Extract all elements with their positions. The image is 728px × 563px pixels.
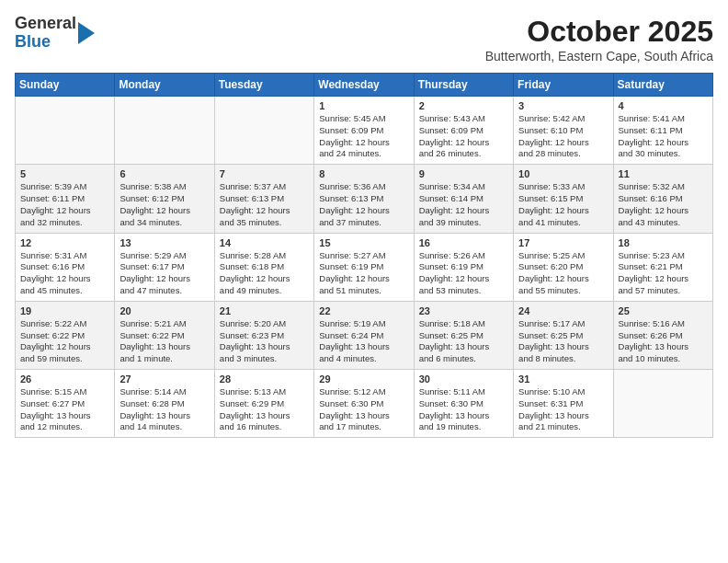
day-number: 25 bbox=[619, 305, 708, 316]
day-number: 20 bbox=[119, 305, 209, 316]
weekday-header-wednesday: Wednesday bbox=[314, 74, 414, 97]
day-number: 1 bbox=[319, 100, 408, 111]
day-info: Sunrise: 5:39 AM Sunset: 6:11 PM Dayligh… bbox=[20, 181, 109, 228]
calendar-cell bbox=[613, 370, 712, 438]
day-info: Sunrise: 5:15 AM Sunset: 6:27 PM Dayligh… bbox=[20, 386, 109, 433]
calendar-cell: 11Sunrise: 5:32 AM Sunset: 6:16 PM Dayli… bbox=[613, 165, 712, 233]
calendar-cell: 30Sunrise: 5:11 AM Sunset: 6:30 PM Dayli… bbox=[414, 370, 513, 438]
day-info: Sunrise: 5:28 AM Sunset: 6:18 PM Dayligh… bbox=[220, 250, 309, 297]
calendar-cell: 20Sunrise: 5:21 AM Sunset: 6:22 PM Dayli… bbox=[115, 301, 214, 369]
day-info: Sunrise: 5:17 AM Sunset: 6:25 PM Dayligh… bbox=[518, 318, 608, 365]
day-number: 28 bbox=[220, 373, 309, 385]
calendar-cell: 2Sunrise: 5:43 AM Sunset: 6:09 PM Daylig… bbox=[414, 97, 513, 165]
day-info: Sunrise: 5:23 AM Sunset: 6:21 PM Dayligh… bbox=[619, 250, 708, 297]
day-number: 29 bbox=[319, 373, 408, 385]
calendar-table: SundayMondayTuesdayWednesdayThursdayFrid… bbox=[15, 73, 713, 438]
day-number: 10 bbox=[518, 168, 608, 179]
page-header: General Blue October 2025 Butterworth, E… bbox=[15, 15, 713, 63]
day-info: Sunrise: 5:22 AM Sunset: 6:22 PM Dayligh… bbox=[20, 318, 109, 365]
day-info: Sunrise: 5:12 AM Sunset: 6:30 PM Dayligh… bbox=[319, 386, 408, 433]
day-number: 27 bbox=[119, 373, 209, 385]
day-info: Sunrise: 5:11 AM Sunset: 6:30 PM Dayligh… bbox=[419, 386, 508, 433]
day-info: Sunrise: 5:36 AM Sunset: 6:13 PM Dayligh… bbox=[319, 181, 408, 228]
day-info: Sunrise: 5:18 AM Sunset: 6:25 PM Dayligh… bbox=[419, 318, 508, 365]
calendar-cell: 19Sunrise: 5:22 AM Sunset: 6:22 PM Dayli… bbox=[16, 301, 115, 369]
calendar-cell: 24Sunrise: 5:17 AM Sunset: 6:25 PM Dayli… bbox=[514, 301, 613, 369]
calendar-cell: 18Sunrise: 5:23 AM Sunset: 6:21 PM Dayli… bbox=[613, 233, 712, 301]
day-info: Sunrise: 5:26 AM Sunset: 6:19 PM Dayligh… bbox=[419, 250, 508, 297]
calendar-body: 1Sunrise: 5:45 AM Sunset: 6:09 PM Daylig… bbox=[16, 97, 713, 438]
month-year-title: October 2025 bbox=[485, 15, 713, 49]
calendar-week-row: 1Sunrise: 5:45 AM Sunset: 6:09 PM Daylig… bbox=[16, 97, 713, 165]
day-number: 17 bbox=[518, 237, 608, 248]
calendar-week-row: 19Sunrise: 5:22 AM Sunset: 6:22 PM Dayli… bbox=[16, 301, 713, 369]
day-info: Sunrise: 5:16 AM Sunset: 6:26 PM Dayligh… bbox=[619, 318, 708, 365]
day-number: 30 bbox=[419, 373, 508, 385]
day-number: 9 bbox=[419, 168, 508, 179]
day-number: 8 bbox=[319, 168, 408, 179]
calendar-cell: 23Sunrise: 5:18 AM Sunset: 6:25 PM Dayli… bbox=[414, 301, 513, 369]
day-info: Sunrise: 5:32 AM Sunset: 6:16 PM Dayligh… bbox=[619, 181, 708, 228]
calendar-cell: 31Sunrise: 5:10 AM Sunset: 6:31 PM Dayli… bbox=[514, 370, 613, 438]
day-info: Sunrise: 5:42 AM Sunset: 6:10 PM Dayligh… bbox=[518, 113, 608, 160]
day-number: 24 bbox=[518, 305, 608, 316]
day-number: 12 bbox=[20, 237, 109, 248]
logo-blue: Blue bbox=[15, 32, 51, 51]
day-info: Sunrise: 5:29 AM Sunset: 6:17 PM Dayligh… bbox=[119, 250, 209, 297]
day-info: Sunrise: 5:37 AM Sunset: 6:13 PM Dayligh… bbox=[220, 181, 309, 228]
calendar-cell: 5Sunrise: 5:39 AM Sunset: 6:11 PM Daylig… bbox=[16, 165, 115, 233]
calendar-cell: 29Sunrise: 5:12 AM Sunset: 6:30 PM Dayli… bbox=[314, 370, 414, 438]
calendar-cell: 15Sunrise: 5:27 AM Sunset: 6:19 PM Dayli… bbox=[314, 233, 414, 301]
weekday-header-tuesday: Tuesday bbox=[214, 74, 313, 97]
calendar-cell: 7Sunrise: 5:37 AM Sunset: 6:13 PM Daylig… bbox=[214, 165, 313, 233]
calendar-cell: 9Sunrise: 5:34 AM Sunset: 6:14 PM Daylig… bbox=[414, 165, 513, 233]
day-number: 22 bbox=[319, 305, 408, 316]
calendar-week-row: 12Sunrise: 5:31 AM Sunset: 6:16 PM Dayli… bbox=[16, 233, 713, 301]
day-number: 6 bbox=[119, 168, 209, 179]
day-number: 7 bbox=[220, 168, 309, 179]
day-number: 14 bbox=[220, 237, 309, 248]
calendar-cell: 16Sunrise: 5:26 AM Sunset: 6:19 PM Dayli… bbox=[414, 233, 513, 301]
day-info: Sunrise: 5:19 AM Sunset: 6:24 PM Dayligh… bbox=[319, 318, 408, 365]
weekday-header-monday: Monday bbox=[115, 74, 214, 97]
calendar-cell bbox=[16, 97, 115, 165]
calendar-cell: 12Sunrise: 5:31 AM Sunset: 6:16 PM Dayli… bbox=[16, 233, 115, 301]
calendar-cell: 13Sunrise: 5:29 AM Sunset: 6:17 PM Dayli… bbox=[115, 233, 214, 301]
day-info: Sunrise: 5:14 AM Sunset: 6:28 PM Dayligh… bbox=[119, 386, 209, 433]
day-info: Sunrise: 5:10 AM Sunset: 6:31 PM Dayligh… bbox=[518, 386, 608, 433]
weekday-header-row: SundayMondayTuesdayWednesdayThursdayFrid… bbox=[16, 74, 713, 97]
calendar-cell: 17Sunrise: 5:25 AM Sunset: 6:20 PM Dayli… bbox=[514, 233, 613, 301]
svg-marker-0 bbox=[78, 22, 95, 44]
day-number: 26 bbox=[20, 373, 109, 385]
weekday-header-friday: Friday bbox=[514, 74, 613, 97]
calendar-cell: 10Sunrise: 5:33 AM Sunset: 6:15 PM Dayli… bbox=[514, 165, 613, 233]
day-number: 4 bbox=[619, 100, 708, 111]
day-number: 31 bbox=[518, 373, 608, 385]
calendar-cell: 22Sunrise: 5:19 AM Sunset: 6:24 PM Dayli… bbox=[314, 301, 414, 369]
calendar-cell: 14Sunrise: 5:28 AM Sunset: 6:18 PM Dayli… bbox=[214, 233, 313, 301]
calendar-cell: 3Sunrise: 5:42 AM Sunset: 6:10 PM Daylig… bbox=[514, 97, 613, 165]
day-info: Sunrise: 5:21 AM Sunset: 6:22 PM Dayligh… bbox=[119, 318, 209, 365]
day-number: 5 bbox=[20, 168, 109, 179]
day-info: Sunrise: 5:13 AM Sunset: 6:29 PM Dayligh… bbox=[220, 386, 309, 433]
calendar-cell: 1Sunrise: 5:45 AM Sunset: 6:09 PM Daylig… bbox=[314, 97, 414, 165]
location-subtitle: Butterworth, Eastern Cape, South Africa bbox=[485, 49, 713, 63]
day-info: Sunrise: 5:45 AM Sunset: 6:09 PM Dayligh… bbox=[319, 113, 408, 160]
logo-arrow-icon bbox=[78, 22, 95, 44]
calendar-cell: 26Sunrise: 5:15 AM Sunset: 6:27 PM Dayli… bbox=[16, 370, 115, 438]
logo: General Blue bbox=[15, 15, 95, 52]
day-info: Sunrise: 5:43 AM Sunset: 6:09 PM Dayligh… bbox=[419, 113, 508, 160]
day-info: Sunrise: 5:41 AM Sunset: 6:11 PM Dayligh… bbox=[619, 113, 708, 160]
weekday-header-sunday: Sunday bbox=[16, 74, 115, 97]
day-info: Sunrise: 5:27 AM Sunset: 6:19 PM Dayligh… bbox=[319, 250, 408, 297]
day-number: 13 bbox=[119, 237, 209, 248]
day-number: 21 bbox=[220, 305, 309, 316]
day-number: 16 bbox=[419, 237, 508, 248]
day-number: 2 bbox=[419, 100, 508, 111]
day-number: 15 bbox=[319, 237, 408, 248]
title-block: October 2025 Butterworth, Eastern Cape, … bbox=[485, 15, 713, 63]
day-info: Sunrise: 5:25 AM Sunset: 6:20 PM Dayligh… bbox=[518, 250, 608, 297]
calendar-cell bbox=[115, 97, 214, 165]
calendar-cell: 21Sunrise: 5:20 AM Sunset: 6:23 PM Dayli… bbox=[214, 301, 313, 369]
calendar-cell: 28Sunrise: 5:13 AM Sunset: 6:29 PM Dayli… bbox=[214, 370, 313, 438]
